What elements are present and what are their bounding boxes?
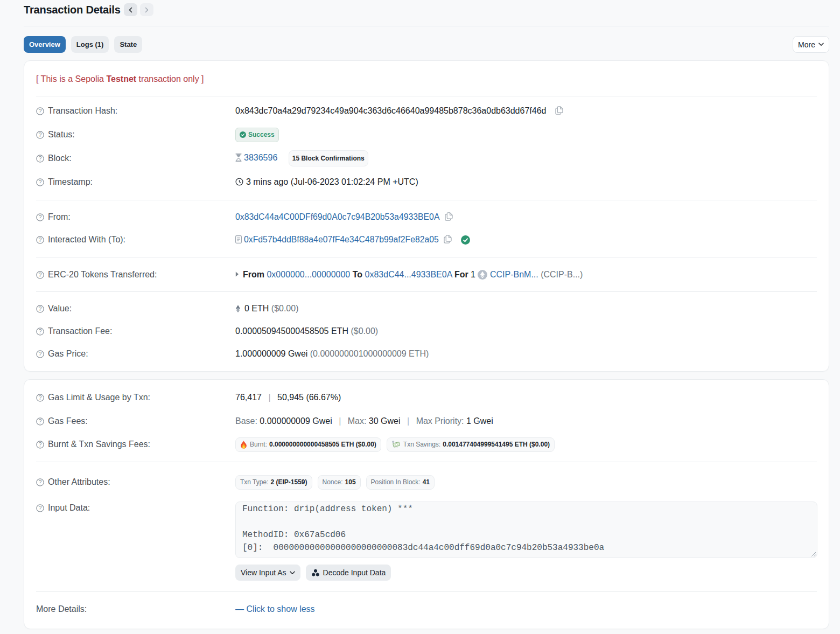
svg-text:?: ? (39, 155, 42, 162)
svg-text:?: ? (39, 505, 42, 511)
svg-text:?: ? (39, 418, 42, 424)
svg-text:?: ? (39, 179, 42, 185)
svg-text:?: ? (39, 108, 42, 114)
svg-text:?: ? (39, 131, 42, 138)
svg-text:?: ? (39, 328, 42, 335)
svg-text:?: ? (39, 479, 42, 485)
svg-text:?: ? (39, 351, 42, 357)
svg-text:?: ? (39, 214, 42, 220)
svg-text:?: ? (39, 236, 42, 243)
svg-text:?: ? (39, 305, 42, 312)
svg-text:?: ? (39, 441, 42, 448)
svg-text:?: ? (39, 271, 42, 278)
svg-text:?: ? (39, 394, 42, 401)
